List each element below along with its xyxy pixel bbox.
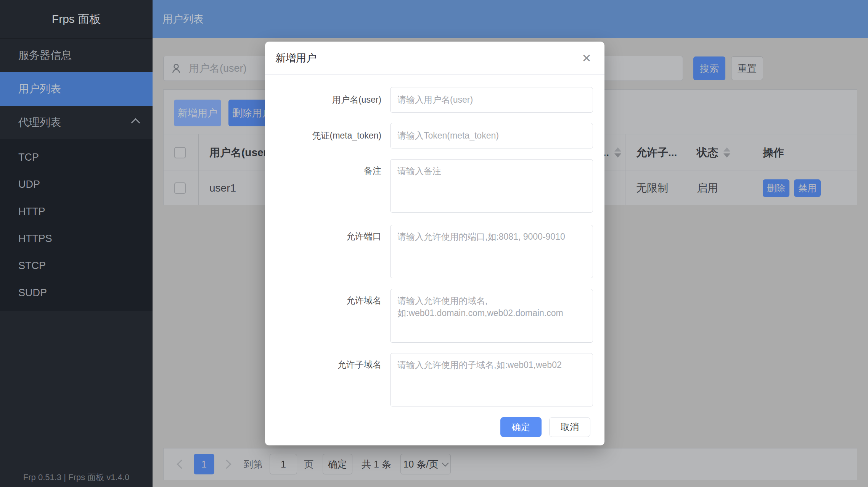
token-input[interactable]	[391, 123, 593, 148]
field-label: 允许子域名	[265, 353, 381, 376]
confirm-button[interactable]: 确定	[500, 417, 542, 437]
field-label: 备注	[265, 159, 381, 182]
add-user-modal: 新增用户 ✕ 用户名(user) 凭证(meta_token) 备注 允许端口	[265, 42, 604, 445]
field-label: 允许端口	[265, 225, 381, 248]
screen: Frps 面板 服务器信息 用户列表 代理列表 TCP UDP HTTP HTT…	[0, 0, 868, 487]
form-row-allowed-subdomains: 允许子域名	[265, 353, 604, 406]
username-field[interactable]	[390, 87, 593, 113]
form-row-username: 用户名(user)	[265, 87, 604, 113]
form-row-token: 凭证(meta_token)	[265, 123, 604, 148]
allowed-subdomains-textarea[interactable]	[391, 353, 593, 406]
token-field[interactable]	[390, 123, 593, 148]
field-label: 凭证(meta_token)	[265, 123, 381, 148]
form-row-notes: 备注	[265, 159, 604, 213]
modal-header: 新增用户 ✕	[265, 42, 604, 75]
allowed-domains-textarea[interactable]	[391, 289, 593, 342]
field-label: 用户名(user)	[265, 87, 381, 113]
close-icon[interactable]: ✕	[578, 49, 595, 67]
modal-title: 新增用户	[275, 42, 317, 74]
username-input[interactable]	[391, 87, 593, 112]
cancel-button[interactable]: 取消	[549, 417, 590, 437]
field-label: 允许域名	[265, 289, 381, 312]
allowed-ports-field[interactable]	[390, 225, 593, 278]
notes-textarea[interactable]	[391, 160, 593, 212]
allowed-ports-textarea[interactable]	[391, 225, 593, 278]
form-row-allowed-domains: 允许域名	[265, 289, 604, 343]
allowed-subdomains-field[interactable]	[390, 353, 593, 406]
notes-field[interactable]	[390, 159, 593, 213]
allowed-domains-field[interactable]	[390, 289, 593, 343]
form-row-allowed-ports: 允许端口	[265, 225, 604, 278]
